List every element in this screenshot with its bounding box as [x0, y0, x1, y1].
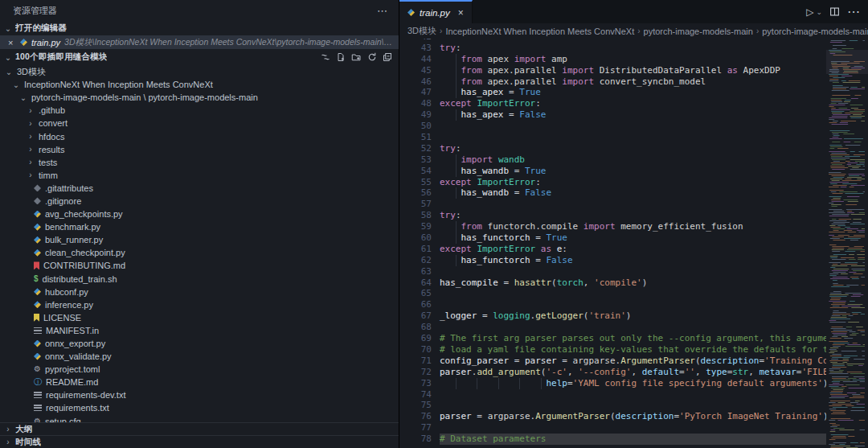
code-line[interactable]: 65	[399, 288, 826, 299]
tree-item-label: requirements-dev.txt	[46, 390, 125, 400]
code-line[interactable]: 69# The first arg parser parses out only…	[399, 333, 826, 344]
tree-item[interactable]: onnx_export.py	[0, 337, 399, 350]
code-line[interactable]: 77	[399, 422, 826, 434]
open-editors-header[interactable]: ⌄ 打开的编辑器	[0, 21, 399, 35]
code-line[interactable]: 67_logger = logging.getLogger('train')	[399, 310, 826, 322]
tree-item-label: requirements.txt	[46, 403, 109, 413]
code-line[interactable]: 74	[399, 389, 826, 401]
code-line[interactable]: 71config_parser = parser = argparse.Argu…	[399, 356, 826, 367]
code-line[interactable]: 62 has_functorch = False	[399, 255, 826, 266]
tree-item[interactable]: benchmark.py	[0, 220, 399, 233]
code-line[interactable]: 46 from apex.parallel import convert_syn…	[399, 76, 826, 88]
compare-icon[interactable]	[321, 52, 330, 62]
tree-item[interactable]: ›.github	[0, 104, 399, 117]
close-tab-icon[interactable]: ×	[458, 7, 464, 18]
tree-item[interactable]: ⚙pyproject.toml	[0, 363, 399, 376]
tree-item[interactable]: requirements.txt	[0, 401, 399, 414]
code-line[interactable]: 55except ImportError:	[399, 177, 826, 188]
tree-item[interactable]: requirements-dev.txt	[0, 388, 399, 401]
tree-item[interactable]: ⌄InceptionNeXt When Inception Meets Conv…	[0, 78, 399, 91]
tree-item[interactable]: ›convert	[0, 117, 399, 129]
code-line[interactable]: 49 has_apex = False	[399, 109, 826, 121]
tree-item[interactable]: ›timm	[0, 169, 399, 182]
code-editor[interactable]: 4243try:44 from apex import amp45 from a…	[399, 39, 868, 448]
tree-item[interactable]: ⓘREADME.md	[0, 376, 399, 388]
open-editor-item[interactable]: × train.py 3D模块\InceptionNeXt When Incep…	[0, 35, 399, 49]
tree-item-label: results	[39, 145, 64, 154]
tree-item-label: README.md	[46, 377, 98, 387]
tree-item[interactable]: LICENSE	[0, 311, 399, 324]
refresh-icon[interactable]	[367, 52, 377, 62]
new-folder-icon[interactable]	[351, 52, 362, 62]
code-line[interactable]: 68	[399, 322, 826, 333]
code-line[interactable]: 73 help='YAML config file specifying def…	[399, 378, 826, 389]
close-icon[interactable]: ×	[8, 38, 16, 47]
tab-train-py[interactable]: train.py ×	[399, 0, 473, 23]
tree-item[interactable]: onnx_validate.py	[0, 350, 399, 363]
tree-item[interactable]: MANIFEST.in	[0, 324, 399, 337]
code-line[interactable]: 54 has_wandb = True	[399, 166, 826, 177]
code-line[interactable]: 60 has_functorch = True	[399, 232, 826, 244]
code-line[interactable]: 72parser.add_argument('-c', '--config', …	[399, 367, 826, 378]
tree-item[interactable]: ⚙setup.cfg	[0, 415, 399, 422]
timeline-section-header[interactable]: › 时间线	[0, 435, 399, 448]
code-line[interactable]: 58try:	[399, 210, 826, 221]
code-line[interactable]: 63	[399, 266, 826, 277]
tree-item[interactable]: ⌄pytorch-image-models-main \ pytorch-ima…	[0, 91, 399, 104]
chevron-right-icon: ›	[3, 425, 13, 434]
code-line[interactable]: 61except ImportError as e:	[399, 244, 826, 255]
code-line[interactable]: 45 from apex.parallel import Distributed…	[399, 65, 826, 76]
breadcrumb-item[interactable]: pytorch-image-models-main	[644, 27, 753, 36]
run-dropdown-icon[interactable]: ⌄	[816, 8, 822, 16]
code-line[interactable]: 59 from functorch.compile import memory_…	[399, 221, 826, 232]
line-number: 57	[399, 199, 432, 210]
tree-item[interactable]: ⌄3D模块	[0, 65, 399, 78]
code-line[interactable]: 75	[399, 400, 826, 411]
breadcrumb-item[interactable]: 3D模块	[407, 25, 436, 37]
tree-item[interactable]: ›hfdocs	[0, 129, 399, 142]
code-line[interactable]: 64has_compile = hasattr(torch, 'compile'…	[399, 277, 826, 289]
tree-item[interactable]: hubconf.py	[0, 286, 399, 298]
tree-item[interactable]: bulk_runner.py	[0, 233, 399, 246]
more-actions-button[interactable]: ⋯	[847, 4, 860, 19]
tree-item[interactable]: clean_checkpoint.py	[0, 246, 399, 259]
minimap[interactable]	[826, 39, 868, 448]
code-line[interactable]: 66	[399, 299, 826, 310]
run-button[interactable]: ▷	[806, 6, 813, 18]
code-line[interactable]: 57	[399, 199, 826, 210]
tree-item-label: pyproject.toml	[45, 364, 100, 374]
new-file-icon[interactable]	[336, 52, 346, 62]
tree-item[interactable]: .gitattributes	[0, 182, 399, 195]
code-line[interactable]: 78# Dataset parameters	[399, 434, 826, 445]
code-line[interactable]: 44 from apex import amp	[399, 54, 826, 65]
split-editor-button[interactable]	[829, 6, 840, 17]
breadcrumb-item[interactable]: InceptionNeXt When Inception Meets ConvN…	[445, 27, 634, 36]
views-more-button[interactable]: ⋯	[377, 6, 387, 16]
tree-item[interactable]: avg_checkpoints.py	[0, 208, 399, 220]
file-tree: ⌄3D模块⌄InceptionNeXt When Inception Meets…	[0, 65, 399, 422]
code-line[interactable]: 43try:	[399, 43, 826, 54]
code-line[interactable]: 50	[399, 121, 826, 132]
line-number: 72	[399, 367, 432, 378]
tree-item[interactable]: inference.py	[0, 298, 399, 311]
tree-item[interactable]: $distributed_train.sh	[0, 273, 399, 286]
code-line[interactable]: 48except ImportError:	[399, 98, 826, 109]
outline-section-header[interactable]: › 大纲	[0, 422, 399, 435]
project-section-header[interactable]: ⌄ 100个即插即用缝合模块	[0, 49, 399, 65]
tree-item[interactable]: ›tests	[0, 156, 399, 169]
code-line[interactable]: 47 has_apex = True	[399, 87, 826, 98]
collapse-all-icon[interactable]	[383, 52, 392, 62]
line-number: 46	[399, 76, 432, 88]
gear-file-icon: ⚙	[34, 417, 41, 422]
tree-item[interactable]: .gitignore	[0, 195, 399, 208]
code-line[interactable]: 56 has_wandb = False	[399, 187, 826, 199]
tree-item[interactable]: ›results	[0, 143, 399, 156]
code-line[interactable]: 52try:	[399, 143, 826, 154]
code-line[interactable]: 70# load a yaml file containing key-valu…	[399, 344, 826, 356]
breadcrumb-item[interactable]: pytorch-image-models-main	[762, 27, 868, 36]
code-line[interactable]: 76parser = argparse.ArgumentParser(descr…	[399, 411, 826, 422]
tree-item[interactable]: CONTRIBUTING.md	[0, 259, 399, 272]
code-line[interactable]: 51	[399, 132, 826, 143]
code-line[interactable]: 53 import wandb	[399, 154, 826, 166]
line-number: 48	[399, 98, 432, 109]
